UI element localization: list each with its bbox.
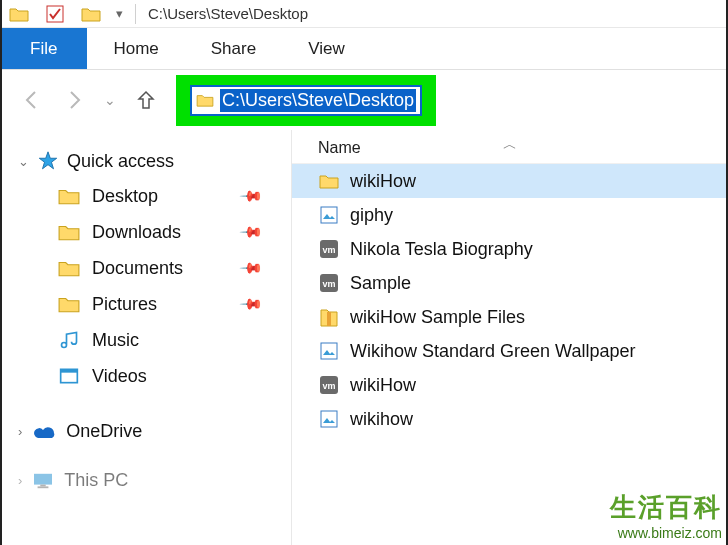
svg-rect-11 [327, 312, 331, 326]
qat-dropdown-icon[interactable]: ▾ [116, 6, 123, 21]
svg-rect-4 [41, 484, 46, 486]
address-text[interactable]: C:\Users\Steve\Desktop [220, 89, 416, 112]
file-name: Wikihow Standard Green Wallpaper [350, 341, 635, 362]
pin-icon: 📌 [238, 183, 264, 209]
list-item[interactable]: wikiHow [292, 164, 728, 198]
cloud-icon [32, 424, 56, 440]
list-item[interactable]: Wikihow Standard Green Wallpaper [292, 334, 728, 368]
sidebar-item-label: Downloads [92, 222, 181, 243]
pin-icon: 📌 [238, 255, 264, 281]
sidebar-item-videos[interactable]: Videos [0, 358, 291, 394]
svg-rect-3 [34, 473, 52, 484]
tab-share[interactable]: Share [185, 28, 282, 69]
back-button[interactable] [20, 88, 44, 112]
folder-icon [58, 293, 80, 315]
music-icon [58, 329, 80, 351]
pin-icon: 📌 [238, 219, 264, 245]
file-name: Sample [350, 273, 411, 294]
title-bar: ▾ C:\Users\Steve\Desktop [0, 0, 728, 28]
address-highlight: C:\Users\Steve\Desktop [176, 75, 436, 126]
sidebar-item-label: Desktop [92, 186, 158, 207]
file-name: wikiHow Sample Files [350, 307, 525, 328]
navigation-pane: ⌄ Quick access Desktop 📌 Downloads 📌 Doc… [0, 130, 292, 545]
sort-indicator-icon[interactable]: ︿ [503, 136, 517, 154]
sidebar-item-label: This PC [64, 470, 128, 491]
quick-access-toolbar: ▾ [8, 3, 123, 25]
file-name: giphy [350, 205, 393, 226]
svg-text:vm: vm [322, 381, 335, 391]
list-item[interactable]: wikihow [292, 402, 728, 436]
watermark-url: www.bimeiz.com [610, 525, 722, 541]
watermark: 生活百科 www.bimeiz.com [610, 490, 722, 541]
file-name: Nikola Tesla Biography [350, 239, 533, 260]
folder-icon [58, 221, 80, 243]
list-item[interactable]: vm Nikola Tesla Biography [292, 232, 728, 266]
svg-rect-12 [321, 343, 337, 359]
properties-icon[interactable] [44, 3, 66, 25]
quick-access-header[interactable]: ⌄ Quick access [0, 144, 291, 178]
svg-rect-2 [61, 369, 78, 372]
image-icon [318, 340, 340, 362]
window-title: C:\Users\Steve\Desktop [148, 5, 308, 22]
video-icon [58, 365, 80, 387]
sidebar-item-thispc[interactable]: › This PC [0, 463, 291, 498]
list-item[interactable]: giphy [292, 198, 728, 232]
sidebar-item-documents[interactable]: Documents 📌 [0, 250, 291, 286]
svg-rect-6 [321, 207, 337, 223]
svg-text:vm: vm [322, 245, 335, 255]
image-icon [318, 204, 340, 226]
column-name[interactable]: Name [318, 139, 361, 157]
star-icon [37, 150, 59, 172]
chevron-right-icon: › [18, 473, 22, 488]
sidebar-item-desktop[interactable]: Desktop 📌 [0, 178, 291, 214]
sidebar-item-label: Music [92, 330, 139, 351]
folder-icon [8, 3, 30, 25]
quick-access-label: Quick access [67, 151, 174, 172]
folder-icon [58, 185, 80, 207]
vm-icon: vm [318, 272, 340, 294]
monitor-icon [32, 472, 54, 490]
sidebar-item-label: Pictures [92, 294, 157, 315]
sidebar-item-pictures[interactable]: Pictures 📌 [0, 286, 291, 322]
recent-dropdown-icon[interactable]: ⌄ [104, 92, 116, 108]
folder-icon [196, 93, 214, 107]
folder-icon [80, 3, 102, 25]
separator [135, 4, 136, 24]
tab-home[interactable]: Home [87, 28, 184, 69]
vm-icon: vm [318, 238, 340, 260]
svg-rect-15 [321, 411, 337, 427]
up-button[interactable] [134, 88, 158, 112]
list-item[interactable]: vm wikiHow [292, 368, 728, 402]
chevron-right-icon: › [18, 424, 22, 439]
chevron-down-icon: ⌄ [18, 154, 29, 169]
sidebar-item-label: Documents [92, 258, 183, 279]
zip-icon [318, 306, 340, 328]
image-icon [318, 408, 340, 430]
vm-icon: vm [318, 374, 340, 396]
address-bar[interactable]: C:\Users\Steve\Desktop [190, 85, 422, 116]
forward-button[interactable] [62, 88, 86, 112]
folder-icon [318, 170, 340, 192]
navigation-bar: ⌄ C:\Users\Steve\Desktop [0, 70, 728, 130]
main-area: ⌄ Quick access Desktop 📌 Downloads 📌 Doc… [0, 130, 728, 545]
ribbon: File Home Share View [0, 28, 728, 70]
file-name: wikihow [350, 409, 413, 430]
sidebar-item-music[interactable]: Music [0, 322, 291, 358]
file-list: ︿ Name wikiHow giphy vm Nikola Tesla Bio… [292, 130, 728, 545]
list-item[interactable]: vm Sample [292, 266, 728, 300]
file-tab[interactable]: File [0, 28, 87, 69]
folder-icon [58, 257, 80, 279]
sidebar-item-label: Videos [92, 366, 147, 387]
sidebar-item-label: OneDrive [66, 421, 142, 442]
svg-text:vm: vm [322, 279, 335, 289]
file-name: wikiHow [350, 375, 416, 396]
pin-icon: 📌 [238, 291, 264, 317]
watermark-text: 生活百科 [610, 490, 722, 525]
file-name: wikiHow [350, 171, 416, 192]
sidebar-item-downloads[interactable]: Downloads 📌 [0, 214, 291, 250]
sidebar-item-onedrive[interactable]: › OneDrive [0, 414, 291, 449]
tab-view[interactable]: View [282, 28, 371, 69]
list-item[interactable]: wikiHow Sample Files [292, 300, 728, 334]
svg-rect-5 [38, 486, 49, 488]
